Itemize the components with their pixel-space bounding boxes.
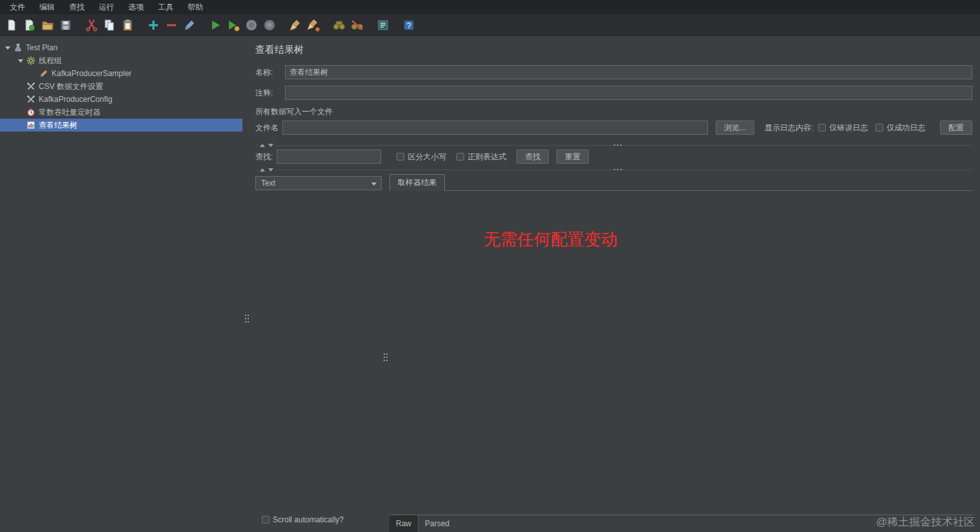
copy-button[interactable] (101, 17, 118, 34)
tab-parsed[interactable]: Parsed (418, 515, 456, 532)
name-row: 名称: (255, 65, 972, 79)
start-no-timers-icon (226, 18, 240, 32)
function-helper-icon (376, 18, 390, 32)
chevron-down-icon[interactable] (15, 55, 26, 66)
chevron-spacer (28, 68, 39, 79)
write-results-section-label: 所有数据写入一个文件 (255, 106, 972, 117)
collapse-down-icon[interactable] (268, 168, 273, 172)
splitter-grip-icon[interactable] (384, 353, 385, 355)
splitter-grip-icon[interactable] (245, 315, 246, 316)
name-input[interactable] (285, 65, 972, 79)
renderer-selected-value: Text (261, 179, 275, 188)
find-button[interactable]: 查找 (516, 150, 549, 164)
chevron-spacer (15, 94, 26, 104)
paste-icon (121, 18, 135, 32)
tree-item-thread-group[interactable]: 线程组 (0, 54, 242, 67)
start-no-timers-button[interactable] (225, 17, 242, 34)
save-button[interactable] (57, 17, 74, 34)
page-title: 查看结果树 (255, 40, 972, 65)
cut-button[interactable] (83, 17, 100, 34)
search-input[interactable] (277, 150, 381, 164)
chevron-spacer (15, 120, 26, 130)
tree-main-splitter[interactable] (242, 36, 251, 532)
tree-item-kafka-producer-config[interactable]: KafkaProducerConfig (0, 93, 242, 106)
search-reset-button-toolbar[interactable] (349, 17, 366, 34)
open-file-button[interactable] (39, 17, 56, 34)
menu-file[interactable]: 文件 (3, 0, 32, 14)
help-button[interactable]: ? (400, 17, 417, 34)
tree-item-test-plan[interactable]: Test Plan (0, 41, 242, 54)
stop-button[interactable] (243, 17, 260, 34)
timer-clock-icon (26, 107, 36, 117)
sampler-result-pane: 取样器结果 无需任何配置变动 Raw Parsed (389, 175, 972, 532)
chevron-down-icon[interactable] (3, 43, 13, 53)
function-helper-button[interactable] (375, 17, 391, 34)
configure-button[interactable]: 配置 (940, 121, 972, 135)
reset-button[interactable]: 重置 (556, 150, 589, 164)
svg-text:?: ? (407, 21, 411, 30)
watermark: @稀土掘金技术社区 (876, 515, 975, 529)
filename-input[interactable] (282, 121, 708, 135)
browse-button[interactable]: 浏览... (716, 121, 754, 135)
tree-item-constant-throughput-timer[interactable]: 常数吞吐量定时器 (0, 106, 242, 119)
search-label: 查找: (255, 152, 273, 163)
splitter-collapse-buttons (258, 168, 275, 172)
toolbar: ? (0, 14, 980, 36)
collapse-up-icon[interactable] (260, 168, 265, 172)
new-from-template-icon (23, 18, 37, 32)
errors-only-checkbox[interactable] (818, 124, 826, 132)
collapse-down-icon[interactable] (268, 144, 273, 147)
shutdown-icon (262, 18, 277, 32)
tab-raw[interactable]: Raw (389, 515, 418, 532)
clear-button[interactable] (287, 17, 304, 34)
tree-item-label: KafkaProducerConfig (39, 95, 112, 104)
new-file-button[interactable] (3, 17, 20, 34)
tree-item-kafka-producer-sampler[interactable]: KafkaProducerSampler (0, 67, 242, 80)
tab-sampler-result[interactable]: 取样器结果 (389, 174, 445, 191)
add-element-button[interactable] (145, 17, 162, 34)
menu-options[interactable]: 选项 (121, 0, 151, 14)
success-only-label: 仅成功日志 (887, 123, 925, 133)
comment-input[interactable] (285, 86, 972, 100)
shutdown-button[interactable] (261, 17, 278, 34)
tree-item-label: 线程组 (39, 55, 62, 66)
tree-item-view-results-tree[interactable]: 查看结果树 (0, 119, 242, 132)
clear-all-icon (306, 18, 320, 32)
results-splitter[interactable] (255, 166, 972, 173)
paste-button[interactable] (119, 17, 136, 34)
view-results-tree-panel: 查看结果树 名称: 注释: 所有数据写入一个文件 文件名 浏览... 显示日志内… (251, 36, 980, 532)
copy-icon (103, 18, 117, 32)
no-config-change-message: 无需任何配置变动 (484, 228, 618, 251)
scroll-automatically-checkbox[interactable] (262, 516, 270, 524)
success-only-checkbox[interactable] (876, 124, 883, 132)
menu-help[interactable]: 帮助 (181, 0, 210, 14)
case-sensitive-checkbox[interactable] (397, 153, 404, 161)
renderer-select[interactable]: Text (255, 176, 382, 190)
splitter-grip-icon[interactable] (614, 144, 615, 146)
results-tree-chart-icon (26, 120, 36, 130)
menu-search[interactable]: 查找 (62, 0, 92, 14)
menu-edit[interactable]: 编辑 (32, 0, 62, 14)
open-file-icon (41, 18, 55, 32)
collapse-up-icon[interactable] (260, 144, 265, 147)
regex-checkbox[interactable] (456, 153, 464, 161)
new-from-template-button[interactable] (21, 17, 38, 34)
save-icon (59, 18, 73, 32)
start-button[interactable] (207, 17, 224, 34)
clear-all-button[interactable] (305, 17, 322, 34)
results-vertical-splitter[interactable] (382, 175, 389, 532)
remove-element-button[interactable] (163, 17, 180, 34)
toggle-element-button[interactable] (181, 17, 198, 34)
chevron-spacer (15, 107, 26, 117)
search-splitter[interactable] (255, 141, 972, 149)
splitter-grip-icon[interactable] (614, 169, 615, 170)
search-button-toolbar[interactable] (331, 17, 348, 34)
menu-run[interactable]: 运行 (92, 0, 121, 14)
menu-tools[interactable]: 工具 (151, 0, 181, 14)
scroll-automatically-label: Scroll automatically? (273, 515, 344, 524)
chevron-down-icon (371, 182, 377, 186)
tree-item-csv-data-set-config[interactable]: CSV 数据文件设置 (0, 80, 242, 93)
menu-bar: 文件 编辑 查找 运行 选项 工具 帮助 (0, 0, 980, 14)
tree-item-label: 查看结果树 (39, 120, 77, 131)
filename-row: 文件名 浏览... 显示日志内容: 仅错误日志 仅成功日志 配置 (255, 121, 972, 135)
